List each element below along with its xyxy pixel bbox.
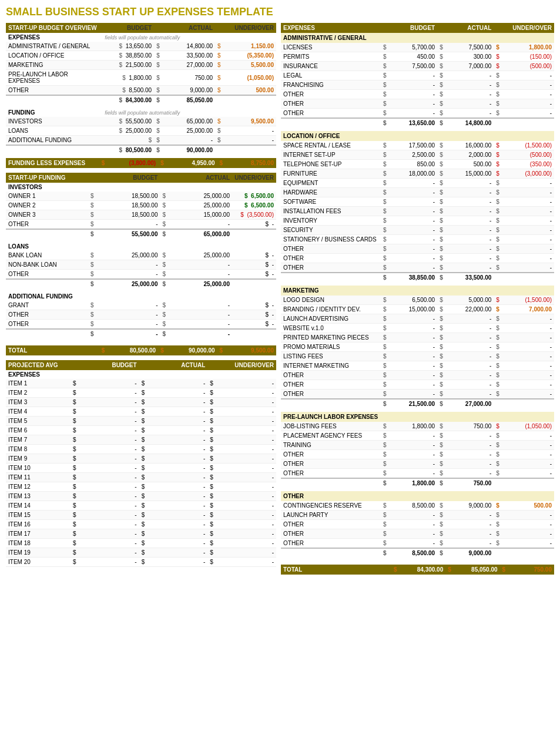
total-blank [6, 279, 88, 288]
row-actual: - [175, 220, 232, 230]
row-under: $ - [232, 270, 276, 280]
right-total-row: TOTAL $ 84,300.00 $ 85,050.00 $ 750.00 [281, 565, 554, 575]
funding-label: FUNDING [6, 108, 102, 117]
table-row: BANK LOAN $ 25,000.00 $ 25,000.00 $ - [6, 251, 276, 260]
proj-actual-hdr: ACTUAL [139, 360, 208, 370]
list-item: ITEM 11$-$-$- [6, 473, 276, 482]
row-label: MARKETING [6, 61, 102, 70]
expenses-total-actual: 85,050.00 [163, 95, 215, 105]
table-row: INVENTORY $- $- $- [281, 216, 554, 226]
row-budget: $ 25,000.00 [102, 126, 154, 136]
row-budget: 18,500.00 [103, 210, 160, 220]
item-label: ITEM 20 [6, 558, 71, 567]
funding-less-row: FUNDING LESS EXPENSES $ (3,800.00) $ 4,9… [6, 158, 276, 168]
row-budget: 25,000.00 [103, 251, 160, 260]
startup-budget-title: START-UP BUDGET OVERVIEW [6, 23, 102, 33]
admin-label: ADMINISTRATIVE / GENERAL [281, 33, 554, 43]
row-label: LOGO DESIGN [281, 296, 381, 305]
item-label: ITEM 1 [6, 379, 71, 388]
table-row: OTHER $- $- $- [281, 390, 554, 399]
row-budget: - [103, 260, 160, 270]
row-under: (5,350.00) [224, 51, 276, 61]
item-label: ITEM 6 [6, 426, 71, 435]
proj-expenses-text: EXPENSES [6, 370, 276, 379]
row-label: LAUNCH ADVERTISING [281, 314, 381, 324]
item-label: ITEM 7 [6, 435, 71, 445]
table-row: INSTALLATION FEES $- $- $- [281, 207, 554, 216]
item-label: ITEM 15 [6, 511, 71, 520]
list-item: ITEM 7$-$-$- [6, 435, 276, 445]
investors-total-budget: 55,500.00 [103, 229, 160, 239]
row-actual: - [175, 310, 232, 320]
table-row: PROMO MATERIALS $- $- $- [281, 343, 554, 352]
table-row: WEBSITE v.1.0 $- $- $- [281, 324, 554, 333]
row-actual: 750.00 [163, 70, 215, 86]
item-label: ITEM 3 [6, 398, 71, 407]
table-row: OTHER $ - $ - $ - [6, 270, 276, 280]
proj-expenses-label: EXPENSES [6, 370, 276, 379]
table-row: OTHER $- $- $- [281, 539, 554, 549]
row-label: OTHER [281, 450, 381, 459]
row-budget: $ 21,500.00 [102, 61, 154, 70]
item-label: ITEM 14 [6, 501, 71, 511]
row-actual: 65,000.00 [163, 117, 215, 126]
table-row: HARDWARE $- $- $- [281, 188, 554, 197]
investors-sub-header: INVESTORS [6, 183, 276, 192]
row-label: EQUIPMENT [281, 179, 381, 188]
row-label: OTHER [6, 86, 102, 96]
funding-total-budget: $ 80,500.00 [102, 145, 154, 155]
table-row: GRANT $ - $ - $ - [6, 301, 276, 310]
row-label: PLACEMENT AGENCY FEES [281, 431, 381, 441]
row-label: PRE-LAUNCH LABOR EXPENSES [6, 70, 102, 86]
row-under: $ - [232, 220, 276, 230]
row-actual: 25,000.00 [163, 126, 215, 136]
loans-label: LOANS [6, 242, 276, 251]
admin-sub-header: ADMINISTRATIVE / GENERAL [281, 33, 554, 43]
expenses-label-row: EXPENSES fields will populate automatica… [6, 33, 276, 42]
row-label: WEBSITE v.1.0 [281, 324, 381, 333]
row-label: OTHER [6, 220, 88, 230]
expenses-total-budget: $ 84,300.00 [102, 95, 154, 105]
row-under: $ - [232, 251, 276, 260]
item-label: ITEM 10 [6, 464, 71, 473]
fund-col-budget: BUDGET [88, 173, 160, 183]
row-label: OTHER [281, 539, 381, 549]
table-row: LICENSES $5,700.00 $7,500.00 $1,800.00 [281, 43, 554, 52]
other-total-row: $8,500.00 $9,000.00 [281, 548, 554, 558]
row-label: OWNER 2 [6, 201, 88, 210]
startup-budget-header: START-UP BUDGET OVERVIEW BUDGET ACTUAL U… [6, 23, 276, 33]
row-label: HARDWARE [281, 188, 381, 197]
list-item: ITEM 12$-$-$- [6, 482, 276, 492]
projected-title: PROJECTED AVG [6, 360, 71, 370]
row-budget: $ 13,650.00 [102, 42, 154, 51]
row-label: INTERNET SET-UP [281, 150, 381, 160]
row-label: OTHER [281, 99, 381, 109]
list-item: ITEM 17$-$-$- [6, 529, 276, 539]
row-budget: $ [102, 136, 154, 146]
row-actual: 27,000.00 [163, 61, 215, 70]
row-budget: - [103, 301, 160, 310]
row-under: - [224, 136, 276, 146]
row-actual: 14,800.00 [163, 42, 215, 51]
row-label: LEGAL [281, 71, 381, 80]
list-item: ITEM 8$-$-$- [6, 445, 276, 454]
funding-less-table: FUNDING LESS EXPENSES $ (3,800.00) $ 4,9… [6, 158, 276, 168]
row-actual: 33,500.00 [163, 51, 215, 61]
item-label: ITEM 5 [6, 417, 71, 426]
row-label: OTHER [6, 270, 88, 280]
col-under-hdr: UNDER/OVER [224, 23, 276, 33]
row-actual: 25,000.00 [175, 201, 232, 210]
list-item: ITEM 19$-$-$- [6, 548, 276, 558]
row-label: STATIONERY / BUSINESS CARDS [281, 235, 381, 244]
table-row: OTHER $- $- $- [281, 450, 554, 459]
row-label: LISTING FEES [281, 352, 381, 361]
page-title: SMALL BUSINESS START UP EXPENSES TEMPLAT… [6, 6, 554, 18]
col-budget-hdr: BUDGET [102, 23, 154, 33]
funding-total-actual: 90,000.00 [163, 145, 215, 155]
row-label: LOCATION / OFFICE [6, 51, 102, 61]
list-item: ITEM 4$-$-$- [6, 407, 276, 417]
row-label: LAUNCH PARTY [281, 511, 381, 520]
total-blank [6, 229, 88, 239]
row-label: SECURITY [281, 226, 381, 235]
marketing-label: MARKETING [281, 286, 554, 296]
